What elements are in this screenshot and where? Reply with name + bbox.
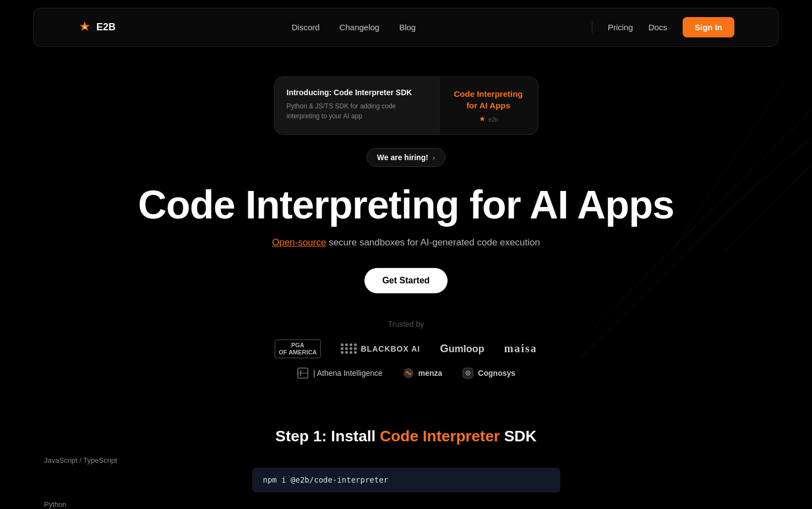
banner-right-title-p1: Code Interpreting <box>454 89 522 98</box>
menza-text: menza <box>418 369 443 377</box>
banner-body: Python & JS/TS SDK for adding code inter… <box>287 101 427 121</box>
logo-blackbox: BLACKBOX AI <box>341 343 421 354</box>
blackbox-text: BLACKBOX AI <box>361 344 421 353</box>
svg-point-7 <box>467 373 469 374</box>
logo-athena: | Athena Intelligence <box>297 367 383 379</box>
steps-section: Step 1: Install Code Interpreter SDK Jav… <box>0 417 812 509</box>
cognosys-icon <box>462 367 474 379</box>
hiring-label: We are hiring! <box>377 153 428 162</box>
svg-point-0 <box>84 26 86 29</box>
step1-suffix-text: SDK <box>504 428 537 445</box>
logo-menza: menza <box>402 367 443 379</box>
gumloop-text: Gumloop <box>440 342 484 355</box>
signin-button[interactable]: Sign In <box>683 17 734 37</box>
navbar: E2B Discord Changelog Blog Pricing Docs … <box>33 8 779 47</box>
py-label: Python <box>44 500 768 508</box>
nav-blog[interactable]: Blog <box>399 23 416 32</box>
menza-icon <box>402 367 415 379</box>
logo-gumloop: Gumloop <box>440 342 484 355</box>
nav-right: Pricing Docs Sign In <box>592 17 734 37</box>
trusted-label: Trusted by <box>11 320 801 329</box>
headline-text: Code Interpreting for AI Apps <box>138 183 674 227</box>
subtitle-rest: secure sandboxes for AI-generated code e… <box>326 237 539 248</box>
hero-subtitle: Open-source secure sandboxes for AI-gene… <box>11 237 801 248</box>
js-code: npm i @e2b/code-interpreter <box>263 475 389 484</box>
logo-maisa: maisa <box>504 342 537 355</box>
step1-highlight-text: Code Interpreter <box>380 428 500 445</box>
logo-pga: PGAOF AMERICA <box>275 340 320 358</box>
banner-right-title: Code Interpreting for AI Apps <box>454 88 522 111</box>
nav-discord[interactable]: Discord <box>292 23 320 32</box>
hero-section: Introducing: Code Interpreter SDK Python… <box>0 54 812 417</box>
nav-changelog[interactable]: Changelog <box>340 23 380 32</box>
cognosys-text: Cognosys <box>478 369 515 377</box>
step1-title: Step 1: Install Code Interpreter SDK <box>44 428 768 445</box>
banner-right-highlight: AI Apps <box>479 101 510 110</box>
js-label: JavaScript / TypeScript <box>44 456 768 464</box>
open-source-link[interactable]: Open-source <box>272 237 326 248</box>
logo-text: E2B <box>96 21 116 33</box>
get-started-button[interactable]: Get Started <box>364 268 447 293</box>
hero-headline: Code Interpreting for AI Apps <box>11 184 801 226</box>
logo[interactable]: E2B <box>78 20 116 35</box>
hiring-arrow-icon: › <box>433 154 435 162</box>
blackbox-dots-icon <box>341 343 357 354</box>
banner-card[interactable]: Introducing: Code Interpreter SDK Python… <box>274 76 538 135</box>
banner-right: Code Interpreting for AI Apps e2b <box>439 77 538 134</box>
banner-right-logo: e2b <box>478 116 498 123</box>
pga-logo-text: PGAOF AMERICA <box>275 340 320 358</box>
js-code-block: npm i @e2b/code-interpreter <box>252 468 560 492</box>
athena-text: | Athena Intelligence <box>313 369 383 377</box>
nav-divider <box>592 21 592 34</box>
trusted-logos-row2: | Athena Intelligence menza Cognosys <box>11 367 801 379</box>
nav-docs[interactable]: Docs <box>648 23 667 32</box>
nav-pricing[interactable]: Pricing <box>608 23 633 32</box>
nav-links: Discord Changelog Blog <box>292 23 416 32</box>
banner-right-for: for <box>466 101 479 110</box>
trusted-section: Trusted by PGAOF AMERICA BLACKBOX AI Gum… <box>11 320 801 379</box>
athena-icon <box>297 367 309 379</box>
hiring-badge[interactable]: We are hiring! › <box>367 148 445 167</box>
logo-icon <box>78 20 92 35</box>
banner-logo-text: e2b <box>488 116 498 123</box>
step1-prefix: Step 1: Install <box>275 428 375 445</box>
banner-left: Introducing: Code Interpreter SDK Python… <box>275 77 439 134</box>
trusted-logos-row1: PGAOF AMERICA BLACKBOX AI Gumloop maisa <box>11 340 801 358</box>
banner-title: Introducing: Code Interpreter SDK <box>287 88 427 97</box>
maisa-text: maisa <box>504 342 537 355</box>
banner-logo-icon <box>478 116 486 123</box>
logo-cognosys: Cognosys <box>462 367 515 379</box>
